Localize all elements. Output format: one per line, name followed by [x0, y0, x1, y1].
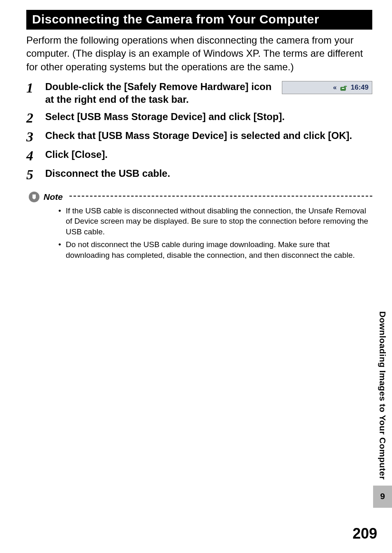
note-badge-icon: [29, 192, 39, 202]
note-list: If the USB cable is disconnected without…: [26, 206, 372, 261]
taskbar-clock: 16:49: [351, 83, 369, 92]
page-number: 209: [353, 525, 377, 542]
svg-rect-1: [342, 88, 344, 89]
step-1: 1 Double-click the [Safely Remove Hardwa…: [26, 80, 372, 106]
tray-expand-chevron-icon: «: [333, 83, 337, 92]
step-3: 3 Check that [USB Mass Storage Device] i…: [26, 129, 372, 144]
step-number: 4: [26, 148, 45, 163]
step-2: 2 Select [USB Mass Storage Device] and c…: [26, 110, 372, 125]
note-dash-rule: [69, 196, 372, 197]
step-text: Double-click the [Safely Remove Hardware…: [45, 80, 274, 106]
intro-paragraph: Perform the following operations when di…: [26, 34, 372, 74]
steps-list: 1 Double-click the [Safely Remove Hardwa…: [26, 80, 372, 181]
step-number: 3: [26, 129, 45, 144]
note-label: Note: [44, 192, 63, 202]
step-text: Select [USB Mass Storage Device] and cli…: [45, 110, 372, 123]
safely-remove-hardware-icon: [340, 84, 348, 91]
step-4: 4 Click [Close].: [26, 148, 372, 163]
note-item: If the USB cable is disconnected without…: [58, 206, 372, 237]
step-number: 2: [26, 110, 45, 125]
step-number: 5: [26, 167, 45, 182]
section-heading-banner: Disconnecting the Camera from Your Compu…: [26, 10, 372, 30]
step-text: Click [Close].: [45, 148, 372, 161]
side-tab-chapter-number: 9: [373, 486, 392, 508]
side-tab-title: Downloading Images to Your Computer: [374, 307, 391, 486]
step-5: 5 Disconnect the USB cable.: [26, 167, 372, 182]
step-number: 1: [26, 80, 45, 95]
step-text: Check that [USB Mass Storage Device] is …: [45, 129, 372, 142]
note-heading-row: Note: [29, 192, 372, 202]
note-item: Do not disconnect the USB cable during i…: [58, 239, 372, 260]
windows-taskbar-tray: « 16:49: [282, 81, 372, 94]
side-tab: Downloading Images to Your Computer 9: [373, 307, 392, 508]
step-text: Disconnect the USB cable.: [45, 167, 372, 180]
